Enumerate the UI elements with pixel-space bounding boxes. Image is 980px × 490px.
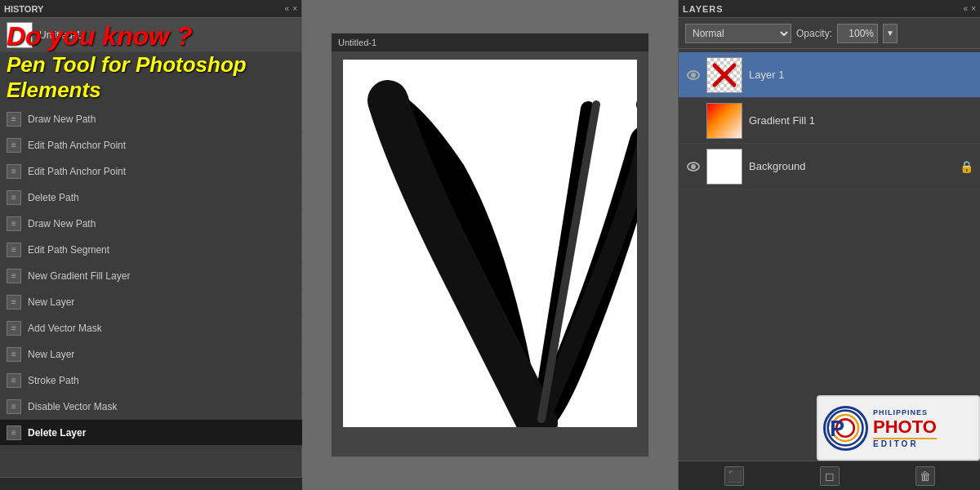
history-item-icon-6 <box>7 269 21 283</box>
blend-mode-select[interactable]: Normal <box>685 24 791 43</box>
titlebar-controls: « × <box>285 4 297 13</box>
history-item-label-2: Edit Path Anchor Point <box>28 166 126 177</box>
history-item-label-5: Edit Path Segment <box>28 244 109 256</box>
snapshot-item[interactable]: Untitled-1 <box>0 18 301 52</box>
history-item-icon-10 <box>7 373 21 388</box>
logo-p-text: P <box>873 416 885 438</box>
history-item-icon-8 <box>7 321 21 336</box>
layer-item-gradient1[interactable]: Gradient Fill 1 <box>679 98 980 144</box>
layer-thumb-background <box>706 149 742 185</box>
canvas-window: Untitled-1 <box>331 33 649 457</box>
history-item-icon-4 <box>7 216 21 231</box>
history-item-icon-5 <box>7 243 21 257</box>
history-item-0[interactable]: Draw New Path <box>0 106 302 132</box>
history-item-7[interactable]: New Layer <box>0 289 302 315</box>
history-item-5[interactable]: Edit Path Segment <box>0 237 302 263</box>
history-item-11[interactable]: Disable Vector Mask <box>0 394 302 420</box>
eye-icon-layer1[interactable] <box>685 67 702 83</box>
history-list: Draw New Path Edit Path Anchor Point Edi… <box>0 106 302 446</box>
history-item-4[interactable]: Draw New Path <box>0 211 302 237</box>
history-item-9[interactable]: New Layer <box>0 341 302 368</box>
history-item-label-8: Add Vector Mask <box>28 323 102 334</box>
snapshot-thumb <box>7 22 33 48</box>
heading-line2: Pen Tool for Photoshop Elements <box>0 51 302 105</box>
logo-badge: P PHILIPPINES P HOTO EDITOR <box>817 395 980 461</box>
history-item-label-12: Delete Layer <box>28 427 86 439</box>
history-panel: HISTORY « × Untitled-1 Do you know ? Pen… <box>0 0 302 490</box>
history-item-label-1: Edit Path Anchor Point <box>28 140 126 151</box>
opacity-label: Opacity: <box>796 28 832 39</box>
canvas-titlebar: Untitled-1 <box>332 33 648 51</box>
layers-list: Layer 1 Gradient Fill 1 Background 🔒 <box>679 49 980 193</box>
layers-titlebar: LAYERS « × <box>679 0 980 18</box>
layers-collapse-btn[interactable]: « <box>964 4 969 13</box>
history-item-icon-9 <box>7 347 21 362</box>
layer-thumb-layer1 <box>706 57 742 93</box>
history-item-icon-11 <box>7 399 21 414</box>
history-item-label-9: New Layer <box>28 349 74 360</box>
history-item-1[interactable]: Edit Path Anchor Point <box>0 132 302 158</box>
history-item-2[interactable]: Edit Path Anchor Point <box>0 158 302 185</box>
history-title: HISTORY <box>4 4 43 14</box>
history-item-icon-1 <box>7 138 21 153</box>
close-btn[interactable]: × <box>292 4 297 13</box>
history-item-3[interactable]: Delete Path <box>0 185 302 211</box>
history-item-label-7: New Layer <box>28 296 74 308</box>
layers-bottom-bar: ⬛ ◻ 🗑 <box>679 461 980 490</box>
history-item-label-11: Disable Vector Mask <box>28 401 117 412</box>
logo-text-area: PHILIPPINES P HOTO EDITOR <box>873 408 937 448</box>
history-item-icon-0 <box>7 112 21 127</box>
layer-name-gradient1: Gradient Fill 1 <box>749 114 973 127</box>
logo-svg: P <box>826 406 866 451</box>
history-item-label-4: Draw New Path <box>28 218 96 229</box>
layers-btn-3[interactable]: 🗑 <box>915 466 935 486</box>
logo-circle: P <box>823 406 868 451</box>
canvas-drawing <box>343 60 637 427</box>
history-item-icon-3 <box>7 190 21 205</box>
layer-item-layer1[interactable]: Layer 1 <box>679 52 980 98</box>
history-item-label-3: Delete Path <box>28 192 79 203</box>
svg-text:P: P <box>830 416 844 440</box>
history-item-icon-12 <box>7 425 21 440</box>
history-item-icon-2 <box>7 164 21 179</box>
history-item-12[interactable]: Delete Layer <box>0 420 302 446</box>
layer-item-background[interactable]: Background 🔒 <box>679 144 980 189</box>
layer-thumb-gradient1 <box>706 103 742 139</box>
canvas-title: Untitled-1 <box>338 38 376 47</box>
eye-icon-gradient1[interactable] <box>685 113 702 129</box>
opacity-input[interactable] <box>837 24 878 43</box>
history-item-8[interactable]: Add Vector Mask <box>0 315 302 341</box>
layers-title: LAYERS <box>683 4 724 14</box>
center-area: Untitled-1 <box>302 0 678 490</box>
layers-close-btn[interactable]: × <box>971 4 976 13</box>
logo-philippines-text: PHILIPPINES <box>873 408 937 416</box>
history-item-label-6: New Gradient Fill Layer <box>28 270 130 282</box>
layer-name-layer1: Layer 1 <box>749 69 973 81</box>
snapshot-label: Untitled-1 <box>39 29 81 41</box>
logo-editor-text: EDITOR <box>873 439 937 448</box>
history-item-10[interactable]: Stroke Path <box>0 368 302 394</box>
eye-icon-background[interactable] <box>685 158 702 175</box>
opacity-dropdown-btn[interactable]: ▼ <box>883 24 898 43</box>
layers-btn-1[interactable]: ⬛ <box>724 466 744 486</box>
layers-toolbar: Normal Opacity: ▼ <box>679 18 980 49</box>
layers-btn-2[interactable]: ◻ <box>820 466 840 486</box>
lock-icon-background: 🔒 <box>960 160 973 173</box>
history-titlebar: HISTORY « × <box>0 0 301 18</box>
canvas-content <box>343 60 637 427</box>
logo-photo-text: HOTO <box>885 416 937 438</box>
history-scrollbar[interactable] <box>0 477 302 490</box>
history-item-label-10: Stroke Path <box>28 375 79 386</box>
collapse-btn[interactable]: « <box>285 4 290 13</box>
history-item-6[interactable]: New Gradient Fill Layer <box>0 263 302 289</box>
layers-panel: LAYERS « × Normal Opacity: ▼ <box>678 0 980 490</box>
history-item-label-0: Draw New Path <box>28 114 96 125</box>
layer-name-background: Background <box>749 160 960 172</box>
history-item-icon-7 <box>7 295 21 310</box>
